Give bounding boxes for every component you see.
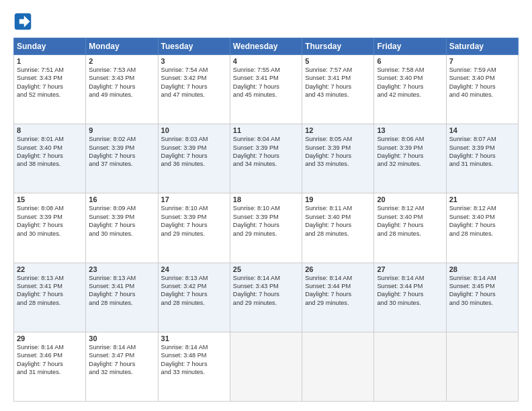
day-content: Sunrise: 8:13 AMSunset: 3:41 PMDaylight:… bbox=[17, 274, 83, 308]
day-number: 21 bbox=[449, 195, 515, 203]
calendar-day-12: 12Sunrise: 8:05 AMSunset: 3:39 PMDayligh… bbox=[302, 124, 374, 193]
calendar-day-11: 11Sunrise: 8:04 AMSunset: 3:39 PMDayligh… bbox=[230, 124, 302, 193]
calendar-day-19: 19Sunrise: 8:11 AMSunset: 3:40 PMDayligh… bbox=[302, 193, 374, 263]
calendar-day-21: 21Sunrise: 8:12 AMSunset: 3:40 PMDayligh… bbox=[446, 193, 518, 263]
day-number: 17 bbox=[161, 195, 227, 203]
day-number: 9 bbox=[89, 126, 154, 134]
day-content: Sunrise: 8:07 AMSunset: 3:39 PMDaylight:… bbox=[449, 135, 515, 169]
day-content: Sunrise: 8:14 AMSunset: 3:46 PMDaylight:… bbox=[17, 343, 83, 377]
day-content: Sunrise: 8:14 AMSunset: 3:48 PMDaylight:… bbox=[161, 343, 227, 377]
calendar-day-4: 4Sunrise: 7:55 AMSunset: 3:41 PMDaylight… bbox=[230, 55, 302, 124]
calendar-day-17: 17Sunrise: 8:10 AMSunset: 3:39 PMDayligh… bbox=[158, 193, 230, 263]
calendar-day-3: 3Sunrise: 7:54 AMSunset: 3:42 PMDaylight… bbox=[158, 55, 230, 124]
calendar-day-7: 7Sunrise: 7:59 AMSunset: 3:40 PMDaylight… bbox=[446, 55, 518, 124]
calendar-day-5: 5Sunrise: 7:57 AMSunset: 3:41 PMDaylight… bbox=[302, 55, 374, 124]
calendar-header-row: SundayMondayTuesdayWednesdayThursdayFrid… bbox=[14, 38, 519, 55]
calendar-day-6: 6Sunrise: 7:58 AMSunset: 3:40 PMDaylight… bbox=[374, 55, 446, 124]
col-header-wednesday: Wednesday bbox=[230, 38, 302, 55]
day-number: 16 bbox=[89, 195, 154, 203]
day-content: Sunrise: 8:05 AMSunset: 3:39 PMDaylight:… bbox=[305, 135, 371, 169]
day-number: 6 bbox=[377, 57, 443, 65]
day-number: 27 bbox=[377, 265, 443, 273]
calendar-day-1: 1Sunrise: 7:51 AMSunset: 3:43 PMDaylight… bbox=[14, 55, 86, 124]
day-content: Sunrise: 8:14 AMSunset: 3:44 PMDaylight:… bbox=[377, 274, 443, 308]
calendar-day-29: 29Sunrise: 8:14 AMSunset: 3:46 PMDayligh… bbox=[14, 332, 86, 401]
day-content: Sunrise: 8:12 AMSunset: 3:40 PMDaylight:… bbox=[377, 204, 443, 238]
calendar-empty bbox=[446, 332, 518, 401]
day-content: Sunrise: 7:57 AMSunset: 3:41 PMDaylight:… bbox=[305, 66, 371, 99]
calendar-day-27: 27Sunrise: 8:14 AMSunset: 3:44 PMDayligh… bbox=[374, 263, 446, 332]
day-number: 31 bbox=[161, 334, 227, 342]
day-content: Sunrise: 8:03 AMSunset: 3:39 PMDaylight:… bbox=[161, 135, 227, 169]
day-number: 13 bbox=[377, 126, 443, 134]
calendar-day-15: 15Sunrise: 8:08 AMSunset: 3:39 PMDayligh… bbox=[14, 193, 86, 263]
calendar-day-30: 30Sunrise: 8:14 AMSunset: 3:47 PMDayligh… bbox=[86, 332, 158, 401]
day-number: 10 bbox=[161, 126, 227, 134]
day-number: 11 bbox=[233, 126, 299, 134]
day-content: Sunrise: 7:53 AMSunset: 3:43 PMDaylight:… bbox=[89, 66, 154, 99]
calendar-empty bbox=[230, 332, 302, 401]
calendar-table: SundayMondayTuesdayWednesdayThursdayFrid… bbox=[13, 38, 519, 402]
col-header-tuesday: Tuesday bbox=[158, 38, 230, 55]
day-content: Sunrise: 7:55 AMSunset: 3:41 PMDaylight:… bbox=[233, 66, 299, 99]
day-content: Sunrise: 7:59 AMSunset: 3:40 PMDaylight:… bbox=[449, 66, 515, 99]
page: SundayMondayTuesdayWednesdayThursdayFrid… bbox=[0, 0, 532, 411]
day-number: 7 bbox=[449, 57, 515, 65]
day-content: Sunrise: 8:13 AMSunset: 3:42 PMDaylight:… bbox=[161, 274, 227, 308]
col-header-thursday: Thursday bbox=[302, 38, 374, 55]
calendar-day-8: 8Sunrise: 8:01 AMSunset: 3:40 PMDaylight… bbox=[14, 124, 86, 193]
day-number: 26 bbox=[305, 265, 371, 273]
col-header-saturday: Saturday bbox=[446, 38, 518, 55]
day-content: Sunrise: 8:04 AMSunset: 3:39 PMDaylight:… bbox=[233, 135, 299, 169]
col-header-monday: Monday bbox=[86, 38, 158, 55]
day-number: 29 bbox=[17, 334, 83, 342]
day-content: Sunrise: 8:14 AMSunset: 3:47 PMDaylight:… bbox=[89, 343, 154, 377]
calendar-week-3: 15Sunrise: 8:08 AMSunset: 3:39 PMDayligh… bbox=[14, 193, 519, 263]
day-content: Sunrise: 8:14 AMSunset: 3:45 PMDaylight:… bbox=[449, 274, 515, 308]
day-content: Sunrise: 7:51 AMSunset: 3:43 PMDaylight:… bbox=[17, 66, 83, 99]
calendar-week-2: 8Sunrise: 8:01 AMSunset: 3:40 PMDaylight… bbox=[14, 124, 519, 193]
day-content: Sunrise: 8:09 AMSunset: 3:39 PMDaylight:… bbox=[89, 204, 154, 238]
day-number: 22 bbox=[17, 265, 83, 273]
day-number: 30 bbox=[89, 334, 154, 342]
calendar-week-5: 29Sunrise: 8:14 AMSunset: 3:46 PMDayligh… bbox=[14, 332, 519, 401]
day-content: Sunrise: 8:14 AMSunset: 3:43 PMDaylight:… bbox=[233, 274, 299, 308]
calendar-empty bbox=[374, 332, 446, 401]
calendar-day-2: 2Sunrise: 7:53 AMSunset: 3:43 PMDaylight… bbox=[86, 55, 158, 124]
calendar-day-14: 14Sunrise: 8:07 AMSunset: 3:39 PMDayligh… bbox=[446, 124, 518, 193]
day-number: 19 bbox=[305, 195, 371, 203]
day-number: 3 bbox=[161, 57, 227, 65]
day-content: Sunrise: 8:02 AMSunset: 3:39 PMDaylight:… bbox=[89, 135, 154, 169]
calendar-week-4: 22Sunrise: 8:13 AMSunset: 3:41 PMDayligh… bbox=[14, 263, 519, 332]
calendar-day-23: 23Sunrise: 8:13 AMSunset: 3:41 PMDayligh… bbox=[86, 263, 158, 332]
calendar-day-24: 24Sunrise: 8:13 AMSunset: 3:42 PMDayligh… bbox=[158, 263, 230, 332]
day-number: 28 bbox=[449, 265, 515, 273]
day-number: 23 bbox=[89, 265, 154, 273]
day-content: Sunrise: 8:11 AMSunset: 3:40 PMDaylight:… bbox=[305, 204, 371, 238]
day-content: Sunrise: 8:12 AMSunset: 3:40 PMDaylight:… bbox=[449, 204, 515, 238]
calendar-day-18: 18Sunrise: 8:10 AMSunset: 3:39 PMDayligh… bbox=[230, 193, 302, 263]
day-number: 2 bbox=[89, 57, 154, 65]
calendar-day-22: 22Sunrise: 8:13 AMSunset: 3:41 PMDayligh… bbox=[14, 263, 86, 332]
header bbox=[13, 12, 519, 31]
day-content: Sunrise: 8:14 AMSunset: 3:44 PMDaylight:… bbox=[305, 274, 371, 308]
day-number: 8 bbox=[17, 126, 83, 134]
day-content: Sunrise: 8:08 AMSunset: 3:39 PMDaylight:… bbox=[17, 204, 83, 238]
day-content: Sunrise: 8:06 AMSunset: 3:39 PMDaylight:… bbox=[377, 135, 443, 169]
day-number: 14 bbox=[449, 126, 515, 134]
day-number: 4 bbox=[233, 57, 299, 65]
day-number: 1 bbox=[17, 57, 83, 65]
day-number: 12 bbox=[305, 126, 371, 134]
calendar-day-31: 31Sunrise: 8:14 AMSunset: 3:48 PMDayligh… bbox=[158, 332, 230, 401]
day-number: 20 bbox=[377, 195, 443, 203]
calendar-day-20: 20Sunrise: 8:12 AMSunset: 3:40 PMDayligh… bbox=[374, 193, 446, 263]
day-content: Sunrise: 8:10 AMSunset: 3:39 PMDaylight:… bbox=[233, 204, 299, 238]
calendar-empty bbox=[302, 332, 374, 401]
col-header-friday: Friday bbox=[374, 38, 446, 55]
logo bbox=[13, 12, 34, 31]
calendar-week-1: 1Sunrise: 7:51 AMSunset: 3:43 PMDaylight… bbox=[14, 55, 519, 124]
calendar-day-28: 28Sunrise: 8:14 AMSunset: 3:45 PMDayligh… bbox=[446, 263, 518, 332]
day-number: 25 bbox=[233, 265, 299, 273]
day-number: 15 bbox=[17, 195, 83, 203]
day-content: Sunrise: 8:10 AMSunset: 3:39 PMDaylight:… bbox=[161, 204, 227, 238]
